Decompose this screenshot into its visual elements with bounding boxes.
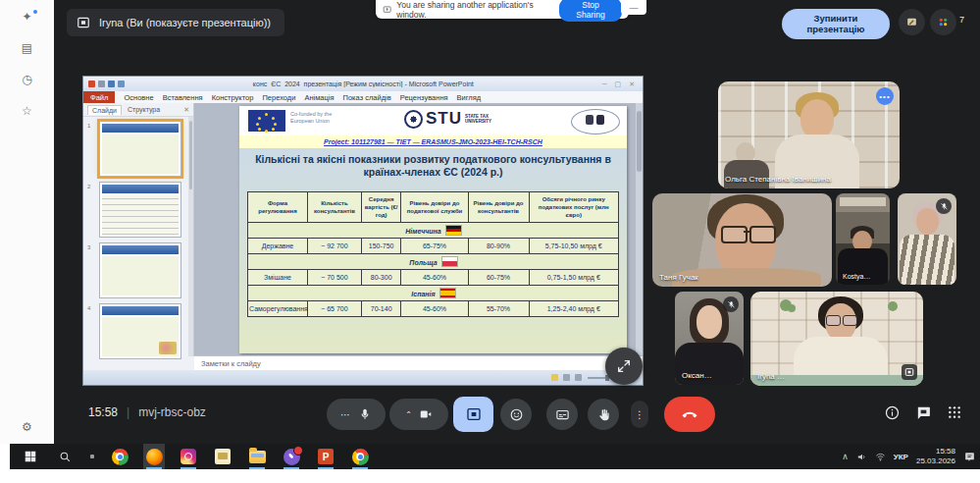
volume-icon[interactable]	[856, 452, 867, 462]
table-header-cell: Рівень довіри до податкової служби	[401, 192, 468, 223]
chrome-icon-2[interactable]	[349, 444, 371, 469]
tab-slideshow[interactable]: Показ слайдів	[343, 93, 391, 102]
tab-animations[interactable]: Анімація	[304, 93, 334, 102]
participant-tile-tanya[interactable]: Таня Гучак	[652, 193, 832, 287]
redo-icon[interactable]	[118, 80, 125, 87]
participant-tile-kostya[interactable]: Kostya…	[836, 193, 890, 285]
history-clock-icon[interactable]: ◷	[0, 73, 54, 86]
thumbnail-number: 4	[87, 305, 90, 311]
notification-minimize-button[interactable]: —	[621, 0, 646, 15]
powerpoint-icon[interactable]: P	[315, 444, 336, 469]
view-sorter-icon[interactable]	[563, 374, 570, 381]
tab-review[interactable]: Рецензування	[400, 93, 448, 102]
country-name: Польща	[409, 259, 437, 266]
tab-file[interactable]: Файл	[83, 91, 115, 103]
tab-slides[interactable]: Слайди	[87, 105, 122, 115]
table-header-cell: Середня вартість (€/год)	[361, 192, 401, 223]
tab-design[interactable]: Конструктор	[212, 93, 254, 102]
present-button-active[interactable]	[453, 397, 493, 432]
network-icon[interactable]	[875, 452, 886, 462]
table-cell: 150-750	[361, 239, 401, 254]
mic-options-icon[interactable]: ⋯	[340, 409, 351, 420]
slide-scrollbar[interactable]	[636, 103, 643, 356]
system-tray: ∧ УКР 15:58 25.03.2026	[842, 444, 976, 469]
country-row-spain: Іспанія	[248, 286, 619, 301]
table-cell: ~ 65 700	[307, 301, 361, 317]
chrome-icon[interactable]	[109, 444, 130, 469]
taskview-icon[interactable]	[88, 444, 96, 469]
table-header-cell: Рівень довіри до консультантів	[468, 192, 529, 223]
table-row: Саморегулювання ~ 65 700 70-140 45-60% 5…	[248, 301, 619, 317]
effects-icon[interactable]	[930, 9, 956, 35]
action-center-icon[interactable]	[963, 451, 976, 463]
stop-sharing-button[interactable]: Stop Sharing	[559, 0, 622, 22]
more-options-button[interactable]: ⋮	[631, 401, 648, 428]
participant-tile-iryna[interactable]: Iryna …	[750, 292, 923, 386]
save-icon[interactable]	[98, 80, 105, 87]
view-normal-icon[interactable]	[551, 374, 558, 381]
mic-button[interactable]: ⋯	[327, 399, 386, 430]
slide-thumbnail-1[interactable]	[99, 121, 181, 177]
participant-name: Iryna …	[757, 372, 785, 381]
share-screen-icon	[383, 5, 391, 15]
slide-thumbnail-3[interactable]	[99, 242, 181, 298]
reactions-button[interactable]	[500, 399, 532, 430]
firefox-icon[interactable]	[143, 444, 165, 469]
video-feed	[718, 81, 900, 188]
tab-insert[interactable]: Вставлення	[163, 93, 203, 102]
raise-hand-button[interactable]	[588, 399, 619, 430]
microphone-icon	[358, 407, 372, 421]
stu-acronym: STU	[426, 109, 462, 129]
search-icon[interactable]	[54, 444, 76, 469]
whiteboard-icon[interactable]	[899, 9, 925, 35]
tab-outline[interactable]: Структура	[128, 106, 160, 113]
presenter-banner-label: Iryna (Ви (показуєте презентацію))	[99, 17, 271, 28]
end-call-button[interactable]	[664, 397, 715, 432]
settings-gear-icon[interactable]: ⚙	[0, 420, 54, 434]
slide-thumbnail-2[interactable]	[99, 182, 181, 238]
file-explorer-icon[interactable]	[246, 444, 268, 469]
viber-icon[interactable]	[281, 444, 302, 469]
photos-app-icon[interactable]	[212, 444, 233, 469]
start-button[interactable]	[20, 444, 41, 469]
window-controls[interactable]: ─ ▢ ✕	[602, 80, 638, 88]
taskbar-clock[interactable]: 15:58 25.03.2026	[916, 447, 955, 465]
panel-scrollbar[interactable]	[188, 117, 193, 356]
table-cell: 5,75-10,50 млрд €	[529, 239, 619, 254]
media-card-icon[interactable]: ▤	[0, 41, 54, 55]
browser-side-rail: ✦ ▤ ◷ ☆ ⚙	[0, 0, 55, 444]
panel-close-icon[interactable]: ✕	[183, 106, 189, 114]
view-show-icon[interactable]	[575, 374, 582, 381]
info-button[interactable]	[884, 404, 901, 425]
bookmark-star-icon[interactable]: ☆	[0, 104, 54, 118]
tab-transitions[interactable]: Переходи	[262, 93, 295, 102]
slide-thumbnail-4[interactable]	[99, 303, 181, 359]
stop-presentation-button[interactable]: Зупинити презентацію	[782, 9, 890, 39]
instagram-icon[interactable]	[178, 444, 199, 469]
tab-view[interactable]: Вигляд	[457, 93, 482, 102]
camera-options-icon[interactable]: ⌃	[405, 410, 412, 419]
language-indicator[interactable]: УКР	[894, 453, 908, 461]
ai-sparkle-icon[interactable]: ✦	[0, 10, 54, 24]
participant-tile-guest[interactable]	[898, 193, 956, 285]
apps-grid-button[interactable]	[947, 404, 962, 424]
indicator-table: Форма регулювання Кількість консультанті…	[247, 191, 619, 317]
slide-canvas[interactable]: Co-funded by the European Union STU STAT…	[239, 106, 627, 353]
stu-subtext: STATE TAX UNIVERSITY	[465, 114, 506, 125]
participant-count[interactable]: 7	[959, 15, 964, 25]
slide-editing-area[interactable]: Co-funded by the European Union STU STAT…	[194, 103, 643, 356]
camera-button[interactable]: ⌃	[389, 399, 448, 430]
tile-more-options-icon[interactable]: •••	[876, 87, 894, 105]
chat-button[interactable]	[915, 404, 932, 425]
tray-expand-icon[interactable]: ∧	[842, 452, 849, 461]
participant-tile-olha[interactable]: ••• Ольга Степанівна Іванишина	[718, 81, 900, 188]
mic-muted-icon	[936, 198, 952, 214]
undo-icon[interactable]	[108, 80, 115, 87]
participant-tile-oksana[interactable]: Оксан…	[675, 292, 744, 385]
end-call-icon	[681, 405, 698, 423]
share-notification-text: You are sharing another application's wi…	[396, 0, 554, 20]
captions-button[interactable]	[546, 399, 578, 430]
notes-pane[interactable]: Заметки к слайду	[194, 355, 643, 370]
expand-presentation-button[interactable]	[605, 348, 643, 385]
tab-home[interactable]: Основне	[124, 93, 153, 102]
